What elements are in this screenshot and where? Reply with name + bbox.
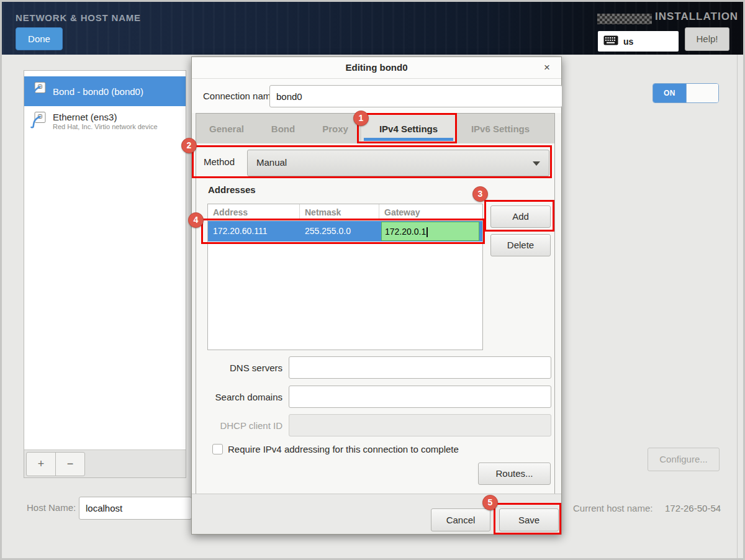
done-button[interactable]: Done (16, 27, 63, 50)
active-tab-underline (364, 138, 453, 141)
current-host-name-value: 172-26-50-54 (665, 503, 721, 513)
dhcp-client-id-label: DHCP client ID (196, 420, 282, 431)
annotation-step-5: 5 (482, 495, 498, 510)
connection-name-row: Connection name (192, 79, 561, 113)
tab-bond[interactable]: Bond (257, 114, 309, 143)
address-cell[interactable]: 172.20.60.111 (213, 226, 267, 236)
page-title: NETWORK & HOST NAME (16, 12, 141, 23)
cancel-button[interactable]: Cancel (431, 508, 490, 531)
chevron-down-icon (533, 161, 540, 166)
addresses-table: Address Netmask Gateway 172.20.60.111 25… (207, 204, 483, 350)
save-button[interactable]: Save (499, 508, 559, 531)
dialog-title: Editing bond0 (192, 62, 561, 73)
device-row-title: Bond - bond0 (bond0) (53, 86, 143, 97)
tab-ipv6-settings[interactable]: IPv6 Settings (456, 114, 545, 143)
annotation-step-1: 1 (353, 111, 369, 126)
connection-name-label: Connection name (203, 91, 276, 101)
routes-button[interactable]: Routes... (478, 463, 551, 485)
remove-device-button[interactable]: − (55, 452, 85, 476)
device-row-title: Ethernet (ens3) (53, 112, 158, 122)
connection-name-input[interactable] (269, 85, 562, 107)
gateway-cell-editing[interactable]: 172.20.0.1 (381, 222, 479, 241)
search-domains-input[interactable] (289, 386, 551, 408)
add-device-button[interactable]: + (26, 452, 56, 476)
method-selected-value: Manual (256, 157, 287, 168)
netmask-cell[interactable]: 255.255.0.0 (305, 226, 351, 236)
column-header-netmask[interactable]: Netmask (300, 204, 379, 220)
keyboard-icon (603, 35, 618, 48)
dialog-titlebar: Editing bond0 × (192, 57, 561, 79)
network-on-toggle[interactable]: ON (652, 83, 719, 103)
host-name-input[interactable] (79, 497, 192, 520)
annotation-step-2: 2 (181, 138, 197, 153)
table-row[interactable]: 172.20.60.111 255.255.0.0 172.20.0.1 (208, 221, 482, 242)
dns-servers-label: DNS servers (196, 363, 282, 373)
close-icon[interactable]: × (541, 61, 553, 75)
text-cursor (427, 227, 428, 237)
tab-general[interactable]: General (196, 114, 257, 143)
search-domains-label: Search domains (196, 392, 282, 402)
tab-ipv4-settings[interactable]: IPv4 Settings (361, 114, 456, 143)
bond-network-icon (29, 81, 48, 102)
top-bar: NETWORK & HOST NAME Done INSTALLATION us… (2, 2, 743, 55)
device-row-bond0[interactable]: Bond - bond0 (bond0) (24, 76, 186, 106)
settings-tabbar: General Bond Proxy IPv4 Settings IPv6 Se… (196, 113, 555, 143)
anaconda-window: NETWORK & HOST NAME Done INSTALLATION us… (0, 0, 745, 560)
require-ipv4-checkbox[interactable] (212, 444, 223, 454)
redacted-text-block (597, 14, 652, 24)
device-row-text: Ethernet (ens3) Red Hat, Inc. Virtio net… (53, 112, 158, 130)
toggle-on-label: ON (653, 84, 686, 102)
device-list-panel: Bond - bond0 (bond0) Ethernet (ens3) Red… (24, 70, 186, 478)
configure-button[interactable]: Configure... (648, 448, 720, 471)
toggle-knob (686, 84, 718, 102)
require-ipv4-checkbox-label: Require IPv4 addressing for this connect… (228, 444, 459, 454)
add-address-button[interactable]: Add (490, 205, 551, 228)
device-list-toolbar: + − (24, 449, 186, 477)
device-row-ens3[interactable]: Ethernet (ens3) Red Hat, Inc. Virtio net… (24, 106, 186, 136)
keyboard-layout-value: us (623, 37, 633, 47)
delete-address-button[interactable]: Delete (490, 234, 551, 256)
method-dropdown[interactable]: Manual (247, 150, 549, 176)
ethernet-network-icon (29, 111, 48, 132)
content-edge-divider (737, 55, 738, 558)
column-header-address[interactable]: Address (208, 204, 300, 220)
installation-label: INSTALLATION (655, 11, 738, 23)
ipv4-settings-page: Method Manual Addresses Address Netmask … (196, 143, 555, 495)
host-name-label: Host Name: (27, 502, 76, 513)
addresses-label: Addresses (208, 184, 256, 195)
addresses-table-header: Address Netmask Gateway (208, 204, 482, 221)
method-label: Method (204, 156, 235, 167)
help-button[interactable]: Help! (685, 27, 729, 51)
column-header-gateway[interactable]: Gateway (379, 204, 482, 220)
device-row-subtitle: Red Hat, Inc. Virtio network device (53, 123, 158, 130)
dns-servers-input[interactable] (289, 356, 551, 379)
annotation-step-4: 4 (188, 212, 204, 228)
editing-bond0-dialog: Editing bond0 × Connection name General … (191, 56, 562, 535)
keyboard-layout-indicator[interactable]: us (598, 31, 679, 52)
dhcp-client-id-input (289, 414, 551, 436)
current-host-name-label: Current host name: (573, 503, 652, 513)
annotation-step-3: 3 (472, 186, 488, 202)
